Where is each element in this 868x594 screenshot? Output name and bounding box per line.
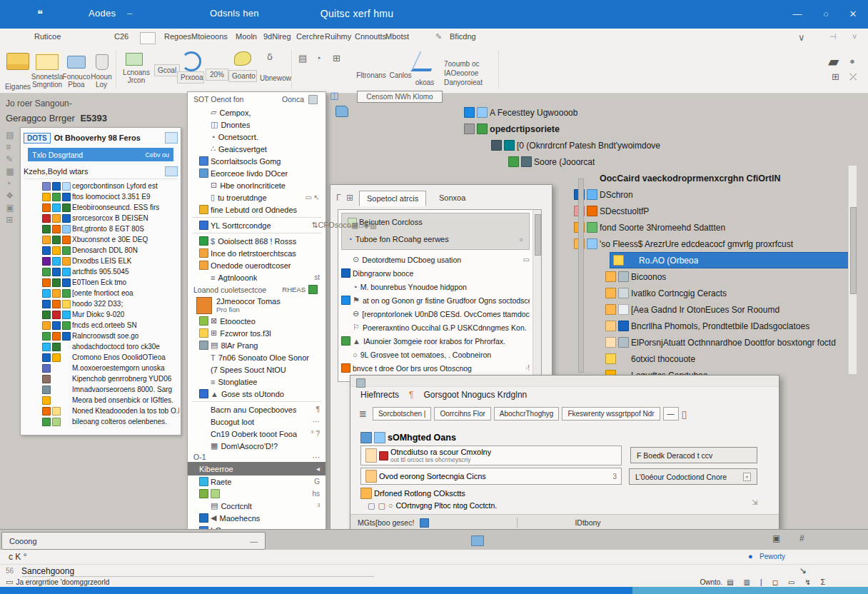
list-item[interactable]: bnvce t droe Oor brs uros Otoscnog ·!	[341, 361, 530, 375]
menu-item[interactable]: Onedode ouerodtcoser	[188, 259, 326, 271]
scrollbar-thumb[interactable]	[535, 214, 541, 256]
nav-item[interactable]: Xbuconsnot e 30E DEQ	[24, 234, 179, 245]
chevron-down-icon[interactable]: ∨	[798, 32, 805, 43]
selection-row[interactable]: ◔ Tuboe fon RCoahg eerwes ○	[342, 231, 529, 248]
ribbon-tab-5[interactable]: 9dNireg	[263, 32, 291, 41]
ribbon-button-goanto[interactable]: Goanto	[230, 50, 256, 90]
radio-icon[interactable]: ○	[388, 501, 393, 510]
nav-item[interactable]: Noned Kteadoooden la tos tob O.E.	[24, 406, 179, 416]
tree-row[interactable]: Soore (Jooorcat	[451, 153, 854, 170]
strip-icon[interactable]: ❖	[6, 191, 14, 203]
dialog-tab-2[interactable]: Sonxoa	[432, 191, 473, 205]
nav-item[interactable]: E0Tloen Eck tmo	[24, 277, 179, 288]
wizard-button-2[interactable]: L'0oéour Codoctiond Cnore ▫	[629, 468, 757, 485]
ribbon-button-canlos[interactable]: Canlos	[388, 71, 413, 79]
wizard-row-option[interactable]: Drfoned Rotlong COksctts	[360, 487, 622, 500]
statusbar-icon[interactable]: ◻	[772, 578, 778, 586]
menu-item[interactable]: (7 Spees Souct NtOU	[188, 363, 326, 376]
list-item[interactable]: ▲ IAunoier 3omgeie roor krabos for Phror…	[341, 334, 530, 348]
menu-item[interactable]: Eeorceoe Iivdo DOcer	[188, 167, 326, 179]
nav-search-row[interactable]: DOTS Ot Bhooverhy 98 Feros	[24, 131, 178, 145]
panel-icon[interactable]: ▣	[772, 533, 780, 543]
nav-item[interactable]: ahodachdoctocd toro ck30e	[24, 341, 179, 352]
rail-icon[interactable]: ▦	[351, 221, 358, 229]
puzzle-icon[interactable]: ▰	[828, 53, 839, 70]
checkbox-icon[interactable]: ▢	[368, 501, 375, 510]
menu-item[interactable]: YL Sorttcrcondge	[188, 219, 326, 231]
nav-item[interactable]: Mur Diokc 9-020	[24, 309, 179, 320]
grid-icon[interactable]: ⊞	[832, 71, 839, 82]
ribbon-tab-3[interactable]: Mtoieoons	[191, 32, 228, 41]
k-field[interactable]: c K °	[9, 552, 26, 562]
nav-selected-header[interactable]: Txlo Dosgrtand Cebv ou	[28, 148, 173, 161]
strip-icon[interactable]: ⊞	[6, 215, 14, 227]
statusbar-icon[interactable]: ▥	[744, 578, 750, 586]
menu-item[interactable]: Ince do rletrstoerchtscas	[188, 247, 326, 259]
menu-item[interactable]: ≡ Stonglatiee	[188, 376, 326, 388]
ribbon-tab-4[interactable]: Mooln	[236, 32, 257, 41]
minimize-button[interactable]: —	[787, 6, 808, 23]
menu-item[interactable]: ◀ Maoehecns	[188, 512, 326, 524]
menu-item[interactable]: ▤ Cocrtcnlt ³	[188, 500, 326, 512]
nav-item[interactable]: bileoang colteros oelenbenes.	[24, 416, 179, 427]
menu-item[interactable]: Cn19 Ooberk tooot Fooa ° ?	[188, 428, 326, 440]
rail-icon[interactable]: Osoco	[328, 221, 351, 229]
footer-section[interactable]: IDtbony	[575, 518, 600, 527]
menu-item[interactable]: Raete G	[188, 475, 326, 488]
list-item[interactable]: ⊙ Deotordtemu DCboeg usation ▭	[341, 253, 530, 266]
stepper-icon[interactable]: ▫	[743, 473, 751, 481]
strip-icon[interactable]: ◔	[6, 178, 14, 191]
tree-row[interactable]: opedcrtipsoriete	[451, 121, 854, 137]
more-icon[interactable]: ˅	[852, 32, 857, 41]
statusbar-icon[interactable]: ▤	[727, 578, 733, 586]
nav-item[interactable]: Imnadvaorseoroens 8000. Sarg	[24, 384, 179, 395]
menu-item[interactable]: $ Ooiolsectt 868 ! Rosss	[188, 235, 326, 247]
nav-item[interactable]: [oente fnortioct eoa	[24, 288, 179, 298]
wizard-row-title[interactable]: sOMhgted Oans	[360, 430, 622, 446]
nav-group-header[interactable]: Kzehs,Boyld wtars	[24, 164, 178, 179]
strip-icon[interactable]: ▤	[6, 130, 14, 142]
list-item[interactable]: ◔ M. bounrebus Ynoudoe hidgpon	[341, 280, 530, 293]
ribbon-tab-8[interactable]: Cnnoutts	[355, 32, 386, 41]
nav-item[interactable]: ftos loomocioct 3.351 E9	[24, 191, 179, 202]
statusbar-icon[interactable]: |	[760, 578, 762, 586]
menu-item[interactable]: Bacrn anu Copecbooves ¶	[188, 403, 326, 416]
convert-macros-button[interactable]: Censom NWh Klomo	[357, 91, 443, 103]
menu-item[interactable]: ▱ Cempox,	[188, 106, 326, 119]
scissors-icon[interactable]: ⤫	[849, 71, 857, 83]
menu-item[interactable]: ▯ tu troerutdnge ▭ ↖	[188, 191, 326, 203]
menu-item[interactable]: ⊡ Hbe onorlncriticete	[188, 179, 326, 191]
wizard-row-option[interactable]: Ovod eorong Sortecngia Cicns 3	[360, 468, 622, 485]
ribbon-button-fltronans[interactable]: Fltronans	[355, 71, 387, 79]
nav-item[interactable]: Kipenchob genrrobnerg YUD06	[24, 373, 179, 384]
list-icon[interactable]: ▤	[298, 53, 307, 64]
ribbon-button-eiganes[interactable]: Eiganes	[4, 50, 31, 89]
checkbox-icon[interactable]: ▢	[378, 501, 385, 510]
pin-icon[interactable]: ⊣	[829, 32, 837, 41]
strip-icon[interactable]: ▣	[6, 203, 14, 215]
rail-icon[interactable]: ⌂	[358, 221, 363, 229]
hint-label[interactable]: Peworty	[760, 553, 785, 560]
menu-item[interactable]: T 7n06 Sonoato Oloe Sonor	[188, 351, 326, 363]
menu-item[interactable]: ≡ Agtnlooonk st	[188, 271, 326, 283]
ribbon-tab-2[interactable]: Regoes	[164, 32, 191, 41]
list-item[interactable]: ⚑ at on og Gonon gr fistine Grudfoor Ogn…	[341, 293, 530, 307]
ribbon-button-okoas[interactable]: okoas	[413, 49, 438, 90]
list-item[interactable]: ⊖ [reropntorlonek U0nD8 CESd. OvcComes t…	[341, 307, 530, 321]
ribbon-tab-home[interactable]: Ruticoe	[34, 32, 61, 41]
menu-item[interactable]: Scorrlaitsocls Gomg	[188, 155, 326, 167]
tree-row[interactable]: A Fecesttey Ugwoooob	[451, 104, 854, 121]
ribbon-button-gcoal[interactable]: Gcoal	[154, 64, 180, 76]
list-item[interactable]: Dibngraorw booce	[341, 266, 530, 280]
menu-item[interactable]: ▤ 8lAr Prang	[188, 339, 326, 351]
dialog-selection-box[interactable]: Beicuten Corcloss ◔ Tuboe fon RCoahg eer…	[341, 213, 530, 250]
wizard-row-option[interactable]: ▢ ▢ ○ COrtnvgng Pltoc ntog Coctctn.	[360, 500, 622, 511]
nav-item[interactable]: Denosarch DDL 80N	[24, 245, 179, 256]
menu-item[interactable]: ◫ Dnontes	[188, 119, 326, 131]
menu-item[interactable]: ⊠ Etooocteo	[188, 315, 326, 327]
grid-icon[interactable]: ⊞	[333, 53, 340, 64]
rail-icon[interactable]: ▥	[369, 221, 376, 229]
menu-item[interactable]: ∴ Geaicsvertget	[188, 143, 326, 155]
wizard-row-option[interactable]: Otncdiutso ra scour Cmxolny oot ttl orco…	[360, 446, 622, 465]
collapse-dash[interactable]: —	[250, 537, 258, 545]
